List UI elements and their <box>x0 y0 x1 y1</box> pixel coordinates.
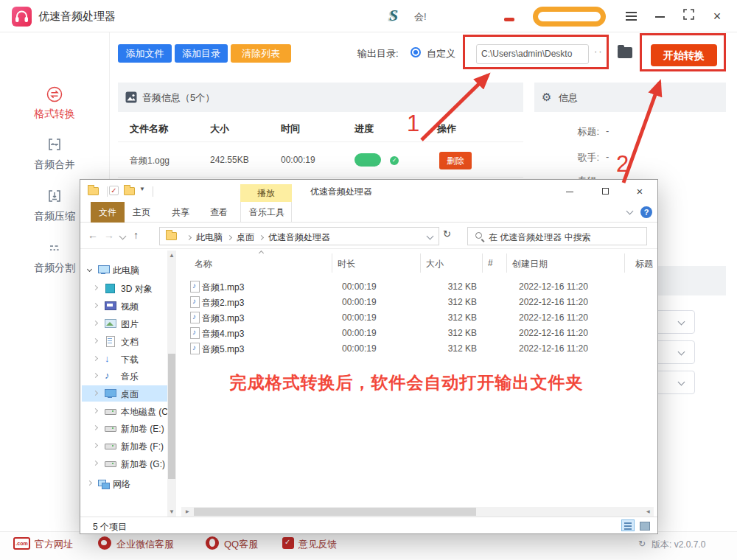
chevron-right-icon[interactable] <box>93 373 98 378</box>
address-dropdown-icon[interactable] <box>427 233 434 240</box>
chevron-right-icon[interactable] <box>93 408 98 413</box>
tree-scrollbar[interactable]: ▲ ▼ <box>167 251 176 517</box>
browse-folder-icon[interactable] <box>618 47 632 58</box>
tree-item-videos[interactable]: 视频 <box>80 298 167 314</box>
chevron-right-icon[interactable] <box>87 480 92 486</box>
media-info-icon <box>125 91 137 103</box>
new-folder-icon[interactable] <box>124 187 135 195</box>
scroll-up-icon[interactable]: ▲ <box>167 252 176 259</box>
minimize-button[interactable] <box>653 9 668 24</box>
breadcrumb[interactable]: 此电脑桌面优速音频处理器 <box>159 227 439 245</box>
sidebar-item-label: 音频合并 <box>0 158 109 172</box>
col-filesize[interactable]: 大小 <box>426 258 444 270</box>
scrollbar-thumb[interactable] <box>168 354 175 479</box>
ribbon-collapse-icon[interactable] <box>626 208 634 215</box>
tree-item-volume-e[interactable]: 新加卷 (E:) <box>80 420 167 436</box>
close-button[interactable]: × <box>710 9 724 24</box>
chevron-right-icon[interactable] <box>93 391 98 396</box>
tree-item-volume-g[interactable]: 新加卷 (G:) <box>80 455 167 472</box>
maximize-button[interactable] <box>681 9 696 24</box>
ribbon-tab-music-tools-box: 音乐工具 <box>240 202 292 223</box>
tree-item-desktop[interactable]: 桌面 <box>82 385 167 402</box>
col-track[interactable]: # <box>488 258 493 268</box>
tree-item-this-pc[interactable]: 此电脑 <box>80 262 167 278</box>
ribbon-tab-music-tools[interactable]: 音乐工具 <box>241 202 293 223</box>
ribbon-tab-file[interactable]: 文件 <box>91 202 125 223</box>
large-icons-view-button[interactable] <box>638 519 651 531</box>
start-convert-button[interactable]: 开始转换 <box>651 44 717 66</box>
add-file-button[interactable]: 添加文件 <box>118 44 172 63</box>
chevron-right-icon[interactable] <box>93 285 98 290</box>
output-path-input[interactable]: C:\Users\admin\Deskto <box>476 44 589 64</box>
chevron-down-icon[interactable] <box>87 267 92 272</box>
forward-icon[interactable]: → <box>104 229 114 241</box>
qat-dropdown-icon[interactable]: ▼ <box>139 186 145 192</box>
delete-button[interactable]: 删除 <box>439 152 472 169</box>
tree-item-downloads[interactable]: ↓ 下载 <box>80 351 167 367</box>
ribbon-tab-view[interactable]: 查看 <box>206 202 231 223</box>
chevron-right-icon[interactable] <box>93 321 98 326</box>
explorer-minimize-button[interactable] <box>563 185 576 198</box>
account-pill[interactable] <box>533 7 606 27</box>
chevron-right-icon[interactable] <box>93 356 98 361</box>
chevron-right-icon[interactable] <box>93 425 98 430</box>
wechat-service-icon <box>98 536 111 550</box>
ribbon-tab-home[interactable]: 主页 <box>129 202 154 223</box>
tree-item-music[interactable]: ♪ 音乐 <box>80 368 167 384</box>
feedback-link[interactable]: 意见反馈 <box>298 538 337 551</box>
recent-locations-icon[interactable] <box>119 233 127 240</box>
clear-list-button[interactable]: 清除列表 <box>231 44 291 63</box>
scroll-right-icon[interactable]: ▼ <box>645 508 652 517</box>
menu-icon[interactable] <box>624 9 639 24</box>
pc-icon <box>98 264 109 275</box>
search-box[interactable]: 在 优速音频处理器 中搜索 <box>467 227 647 245</box>
scroll-left-icon[interactable]: ▲ <box>184 508 191 517</box>
chevron-right-icon[interactable] <box>93 303 98 308</box>
details-view-button[interactable] <box>621 519 635 531</box>
music-tools-play-tab[interactable]: 播放 <box>240 184 292 202</box>
desktop-icon <box>105 388 116 399</box>
col-filename: 文件名称 <box>130 122 168 136</box>
explorer-maximize-button[interactable] <box>598 185 612 198</box>
ribbon-tab-share[interactable]: 共享 <box>168 202 193 223</box>
path-more-dots[interactable]: ·· <box>594 46 604 57</box>
official-site-link[interactable]: 官方网址 <box>35 538 73 551</box>
qq-service-link[interactable]: QQ客服 <box>224 538 258 551</box>
scrollbar-thumb[interactable] <box>194 508 476 516</box>
breadcrumb-desktop[interactable]: 桌面 <box>237 232 254 242</box>
tree-item-3d-objects[interactable]: 3D 对象 <box>80 280 167 296</box>
horizontal-scrollbar[interactable]: ▲ ▼ <box>181 507 654 517</box>
custom-radio[interactable] <box>411 47 421 57</box>
col-duration[interactable]: 时长 <box>338 258 355 270</box>
disk-icon <box>105 458 116 469</box>
folder-icon[interactable] <box>88 187 99 195</box>
tree-item-network[interactable]: 网络 <box>80 475 167 491</box>
explorer-close-button[interactable]: × <box>633 185 646 198</box>
chevron-right-icon[interactable] <box>93 443 98 448</box>
refresh-icon[interactable]: ↻ <box>443 228 451 239</box>
scroll-down-icon[interactable]: ▼ <box>167 508 176 515</box>
tree-item-volume-f[interactable]: 新加卷 (F:) <box>80 438 167 454</box>
sidebar-item-format-convert[interactable]: 格式转换 <box>0 85 109 121</box>
chevron-right-icon[interactable] <box>93 461 98 466</box>
tree-item-local-disk-c[interactable]: 本地磁盘 (C <box>80 403 167 419</box>
breadcrumb-folder[interactable]: 优速音频处理器 <box>268 232 330 242</box>
file-panel-header: 音频信息（5个） <box>118 83 523 112</box>
col-title[interactable]: 标题 <box>635 258 653 270</box>
col-created[interactable]: 创建日期 <box>512 258 548 270</box>
properties-check-icon[interactable]: ✓ <box>109 186 119 195</box>
add-folder-button[interactable]: 添加目录 <box>175 44 228 63</box>
back-icon[interactable]: ← <box>88 229 98 241</box>
video-icon <box>105 300 116 311</box>
col-name[interactable]: 名称 <box>195 258 212 270</box>
tree-item-documents[interactable]: 文档 <box>80 333 167 349</box>
up-icon[interactable]: ↑ <box>133 229 139 241</box>
tree-item-pictures[interactable]: 图片 <box>80 315 167 332</box>
sidebar-item-audio-merge[interactable]: 音频合并 <box>0 136 109 172</box>
info-label-artist: 歌手: <box>548 151 599 164</box>
chevron-right-icon[interactable] <box>93 338 98 343</box>
refresh-version-icon[interactable]: ↻ <box>638 539 646 549</box>
breadcrumb-this-pc[interactable]: 此电脑 <box>196 232 223 242</box>
wechat-service-link[interactable]: 企业微信客服 <box>116 538 174 551</box>
help-icon[interactable] <box>640 206 652 218</box>
